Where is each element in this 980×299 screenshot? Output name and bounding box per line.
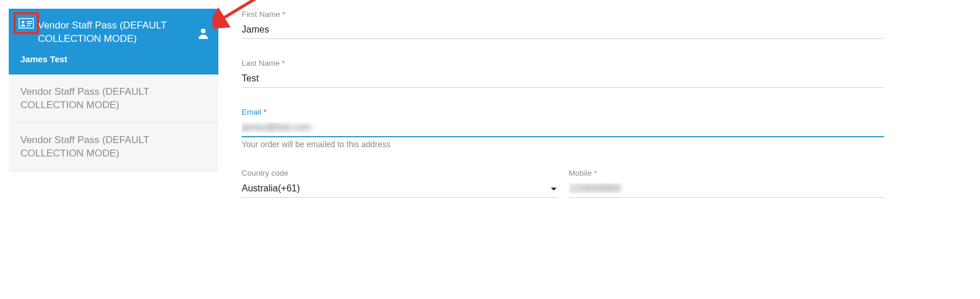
sidebar-item-pass-2[interactable]: Vendor Staff Pass (DEFAULT COLLECTION MO… [9, 75, 218, 123]
sidebar-item-pass-3[interactable]: Vendor Staff Pass (DEFAULT COLLECTION MO… [9, 123, 218, 172]
svg-point-5 [201, 29, 206, 33]
sidebar-item-title: Vendor Staff Pass (DEFAULT COLLECTION MO… [20, 19, 207, 46]
last-name-label: Last Name * [242, 59, 884, 67]
required-asterisk: * [264, 108, 267, 116]
id-card-highlight-box [13, 12, 39, 34]
first-name-label: First Name * [242, 10, 884, 19]
person-icon [197, 27, 209, 39]
sidebar-item-title: Vendor Staff Pass (DEFAULT COLLECTION MO… [20, 134, 207, 161]
sidebar-item-pass-1[interactable]: Vendor Staff Pass (DEFAULT COLLECTION MO… [9, 9, 218, 75]
sidebar: Vendor Staff Pass (DEFAULT COLLECTION MO… [9, 9, 218, 218]
country-code-label: Country code [242, 169, 557, 177]
country-code-field-group: Country code Australia(+61) [242, 169, 557, 198]
country-code-select[interactable]: Australia(+61) [242, 181, 557, 198]
email-input[interactable] [242, 120, 884, 137]
email-helper-text: Your order will be emailed to this addre… [242, 140, 884, 149]
sidebar-item-subtitle: James Test [20, 54, 207, 64]
attendee-form: First Name * Last Name * Email * Your or… [242, 9, 971, 218]
mobile-field-group: Mobile * [569, 169, 885, 198]
first-name-field-group: First Name * [242, 10, 884, 39]
mobile-input[interactable] [569, 181, 885, 198]
id-card-icon [19, 18, 34, 29]
mobile-label: Mobile * [569, 169, 885, 177]
sidebar-item-title: Vendor Staff Pass (DEFAULT COLLECTION MO… [20, 86, 207, 112]
svg-rect-2 [27, 21, 32, 22]
last-name-input[interactable] [242, 71, 884, 88]
svg-rect-3 [27, 23, 32, 24]
email-label: Email * [242, 108, 884, 116]
email-field-group: Email * Your order will be emailed to th… [242, 108, 884, 149]
first-name-input[interactable] [242, 22, 884, 39]
last-name-field-group: Last Name * [242, 59, 884, 88]
svg-rect-4 [27, 25, 30, 26]
email-label-text: Email [242, 108, 261, 116]
svg-point-1 [22, 21, 24, 24]
